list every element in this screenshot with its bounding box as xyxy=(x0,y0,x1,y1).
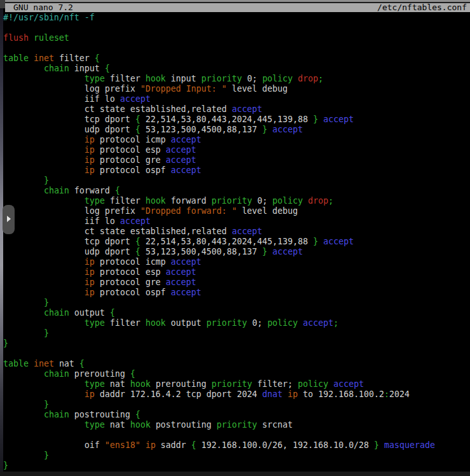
code-token: hook xyxy=(146,196,166,206)
code-token: accept xyxy=(323,237,354,246)
code-token: policy xyxy=(262,74,293,83)
code-token: accept xyxy=(171,135,202,144)
code-token xyxy=(3,267,85,277)
code-token: 22,514,53,80,443,2024,445,139,88 xyxy=(141,237,314,246)
code-token: { xyxy=(105,64,110,73)
code-token: { xyxy=(135,410,141,419)
side-panel-handle[interactable] xyxy=(3,205,15,234)
editor-area[interactable]: #!/usr/sbin/nft -fflush rulesettable ine… xyxy=(3,13,470,471)
nano-titlebar-bar: GNU nano 7.2 /etc/nftables.conf xyxy=(5,3,470,12)
code-token: { xyxy=(135,115,141,124)
code-token: type xyxy=(85,74,105,83)
code-token: accept xyxy=(166,267,197,277)
code-token: protocol gre xyxy=(95,155,166,165)
code-line: ip protocol gre accept xyxy=(3,277,470,288)
code-token xyxy=(3,410,44,419)
code-token: ip xyxy=(85,277,95,287)
code-token: accept xyxy=(171,165,202,175)
code-line: } xyxy=(3,451,470,461)
code-token: chain xyxy=(44,64,69,73)
code-token: priority xyxy=(202,74,242,83)
code-token: dnat xyxy=(262,389,282,399)
code-token: prerouting xyxy=(69,369,130,379)
code-token: hook xyxy=(146,74,166,83)
code-token: priority xyxy=(211,379,252,389)
code-line: type filter hook input priority 0; polic… xyxy=(3,74,470,84)
code-token xyxy=(3,400,44,409)
code-token: accept xyxy=(232,227,262,236)
code-line: chain input { xyxy=(3,64,470,74)
code-token: postrouting xyxy=(69,410,135,419)
code-token: accept xyxy=(323,115,354,124)
code-line: oif "ens18" ip saddr { 192.168.100.0/26,… xyxy=(3,440,470,451)
code-token: { xyxy=(95,53,100,63)
code-token: accept xyxy=(166,145,197,155)
code-line: ip protocol esp accept xyxy=(3,145,470,155)
code-line: tcp dport { 22,514,53,80,443,2024,445,13… xyxy=(3,237,470,247)
code-token: protocol ospf xyxy=(95,288,171,297)
code-token: { xyxy=(191,440,197,450)
code-token xyxy=(3,288,85,297)
code-token xyxy=(29,53,34,63)
code-token: } xyxy=(44,400,49,409)
code-token: accept xyxy=(171,257,202,267)
code-token xyxy=(318,115,323,124)
code-token: 2024 xyxy=(389,389,410,399)
code-token: 53,123,500,4500,88,137 xyxy=(141,247,263,256)
code-token: drop xyxy=(308,196,328,206)
code-line: } xyxy=(3,328,470,339)
code-line: chain postrouting { xyxy=(3,410,470,420)
code-token: 0; xyxy=(247,318,267,328)
code-token: accept xyxy=(166,155,197,165)
code-token: filter xyxy=(105,196,146,206)
code-token xyxy=(3,328,44,338)
code-token: 53,123,500,4500,88,137 xyxy=(141,125,263,134)
code-token: flush xyxy=(3,33,29,43)
code-token: ip xyxy=(85,267,95,277)
code-line: } xyxy=(3,176,470,186)
code-token xyxy=(141,440,146,450)
code-token xyxy=(3,64,44,73)
code-token: { xyxy=(135,125,141,134)
code-token xyxy=(318,237,323,246)
code-token: protocol gre xyxy=(95,277,166,287)
code-token: nat xyxy=(105,379,130,389)
code-token: } xyxy=(313,115,318,124)
code-token: 192.168.100.0/26, 192.168.10.0/28 xyxy=(197,440,375,450)
code-line: type nat hook prerouting priority filter… xyxy=(3,379,470,389)
code-token: nat xyxy=(105,420,130,430)
code-token: filter xyxy=(105,74,146,83)
code-token: } xyxy=(3,339,8,348)
code-token: : xyxy=(384,389,389,399)
code-token: #!/usr/sbin/nft -f xyxy=(3,13,95,22)
code-token: masquerade xyxy=(384,440,435,450)
code-token xyxy=(3,257,85,267)
code-line: log prefix "Dropped Input: " level debug xyxy=(3,84,470,94)
code-token xyxy=(3,420,85,430)
code-token: ; xyxy=(328,196,333,206)
code-token: protocol icmp xyxy=(95,257,171,267)
code-token: ; xyxy=(318,74,323,83)
code-line: } xyxy=(3,461,470,471)
code-token: protocol icmp xyxy=(95,135,171,144)
code-token: ip xyxy=(287,389,298,399)
code-token: accept xyxy=(120,216,151,226)
code-token: table xyxy=(3,53,29,63)
code-token xyxy=(3,74,85,83)
code-token: { xyxy=(115,186,120,195)
code-token: } xyxy=(44,176,49,185)
code-token: ct state established,related xyxy=(3,227,232,236)
code-token: drop xyxy=(298,74,318,83)
code-token: ct state established,related xyxy=(3,104,232,114)
code-token: prerouting xyxy=(151,379,212,389)
code-token: } xyxy=(44,298,49,307)
code-line: ip protocol esp accept xyxy=(3,267,470,277)
code-token: type xyxy=(85,420,105,430)
code-line: ct state established,related accept xyxy=(3,227,470,237)
code-token: output xyxy=(166,318,207,328)
code-token: accept xyxy=(303,318,333,328)
code-line: flush ruleset xyxy=(3,33,470,43)
code-token: ip xyxy=(85,257,95,267)
code-token: daddr 172.16.4.2 tcp dport 2024 xyxy=(95,389,263,399)
code-line: chain output { xyxy=(3,308,470,318)
